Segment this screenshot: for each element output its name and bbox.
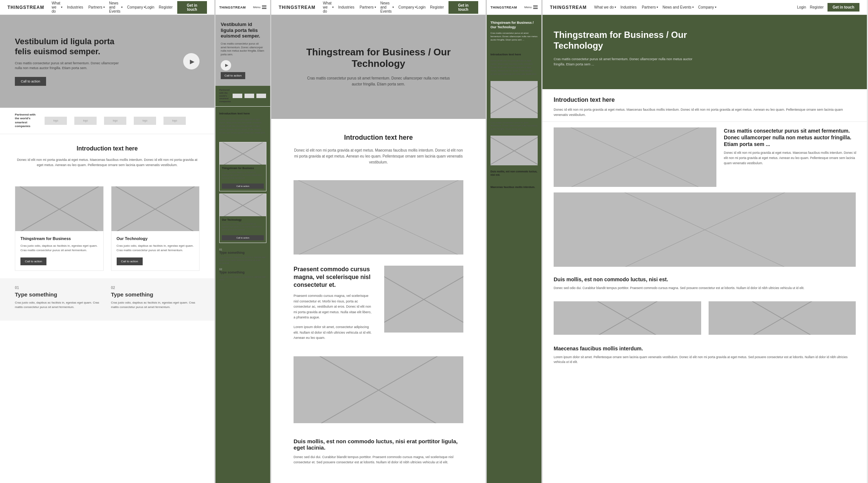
- panel5-feature-2-body: Donec sed odio dui. Curabitur blandit te…: [554, 286, 856, 291]
- nav-link-news[interactable]: News and Events: [109, 1, 123, 13]
- num-item-1: 01 Type something Cras justo odio, dapib…: [15, 286, 104, 309]
- card-business-image: [15, 187, 103, 231]
- panel4-hamburger[interactable]: [533, 6, 538, 9]
- nav-link-company[interactable]: Company: [127, 5, 145, 9]
- nav-logo: THINGSTREAM: [7, 5, 44, 10]
- panel3-nav-logo: THINGSTREAM: [279, 5, 315, 10]
- nav-links: What we do Industries Partners News and …: [52, 1, 145, 13]
- p5-nav-company[interactable]: Company: [698, 5, 716, 9]
- p3-nav-partners[interactable]: Partners: [360, 5, 376, 9]
- mini-card-business-cta[interactable]: Call to action: [222, 184, 264, 189]
- card-business-cta[interactable]: Call to action: [20, 257, 46, 265]
- p5-login[interactable]: Login: [797, 5, 806, 9]
- mini-num-2-number: 02: [219, 268, 266, 270]
- panel4-hero-title: Thingstream for Business / Our Technolog…: [490, 21, 538, 29]
- panel-3: THINGSTREAM What we do Industries Partne…: [271, 0, 487, 483]
- panel5-main-image: [554, 127, 716, 187]
- p3-nav-login[interactable]: Login: [417, 5, 425, 9]
- nav-register[interactable]: Register: [159, 5, 172, 9]
- mini-num-1-number: 01: [219, 248, 266, 251]
- panel-1: THINGSTREAM What we do Industries Partne…: [0, 0, 216, 483]
- p5-nav-whatwedo[interactable]: What we do: [594, 5, 616, 9]
- panel3-nav-links: What we do Industries Partners News and …: [323, 1, 417, 13]
- nav-link-partners[interactable]: Partners: [88, 5, 105, 9]
- mini-card-technology-image: [220, 194, 266, 216]
- panel5-feature-title: Cras mattis consectetur purus sit amet f…: [724, 127, 859, 148]
- p3-nav-news[interactable]: News and Events: [380, 1, 394, 13]
- panel5-feat-img-2: [709, 301, 856, 335]
- num-1-title: Type something: [15, 291, 104, 298]
- partner-logo-2: logo: [74, 117, 97, 125]
- mini-nav-logo: THINGSTREAM: [219, 6, 246, 9]
- panel4-main-image: [490, 81, 538, 118]
- panel4-menu-label: Menu: [524, 6, 532, 9]
- mini-card-technology-text: Cras justo odio, dapibus ac facilisis in…: [222, 223, 264, 231]
- hero-title: Vestibulum id ligula porta felis euismod…: [15, 37, 126, 56]
- p3-feature-body2: Lorem ipsum dolor sit amet, consectetur …: [294, 324, 373, 340]
- mini-play-button[interactable]: [221, 60, 231, 71]
- p3-secondary-title: Duis mollis, est non commodo luctus, nis…: [294, 438, 463, 451]
- p3-nav-cta[interactable]: Get in touch: [448, 1, 478, 14]
- p3-secondary-image-wrap: [271, 356, 486, 431]
- panel5-feature-body: Donec id elit non mi porta gravida at eg…: [724, 150, 859, 166]
- panel4-feature-2-title: Duis mollis, est non commodo luctus, nis…: [490, 170, 538, 176]
- intro-title: Introduction text here: [15, 145, 200, 152]
- panel5-hero-title: Thingstream for Business / Our Technolog…: [554, 30, 695, 51]
- p3-hero-title: Thingstream for Business / Our Technolog…: [304, 46, 453, 69]
- mini-hero-title: Vestibulum id ligula porta felis euismod…: [221, 22, 265, 39]
- hamburger-icon[interactable]: [262, 6, 266, 9]
- panel5-logo: THINGSTREAM: [550, 5, 587, 10]
- p5-nav-news[interactable]: News and Events: [663, 5, 694, 9]
- hero-cta-button[interactable]: Call to action: [15, 77, 46, 86]
- card-technology: Our Technology Cras justo odio, dapibus …: [111, 186, 200, 271]
- panel5-feature-3-body: Lorem ipsum dolor sit amet. Pellentesque…: [554, 355, 856, 365]
- hero-body: Cras mattis consectetur purus sit amet f…: [15, 61, 126, 71]
- panel4-intro-title: Introduction text here: [490, 53, 538, 56]
- p5-nav-partners[interactable]: Partners: [642, 5, 658, 9]
- nav-link-industries[interactable]: Industries: [67, 5, 84, 9]
- play-button[interactable]: [183, 53, 200, 69]
- num-1-number: 01: [15, 286, 104, 290]
- card-business-title: Thingstream for Business: [20, 236, 98, 241]
- p5-nav-industries[interactable]: Industries: [621, 5, 637, 9]
- p3-nav-register[interactable]: Register: [430, 5, 444, 9]
- panel5-intro: Introduction text here Donec id elit non…: [542, 89, 867, 122]
- panel4-secondary-image: [490, 136, 538, 165]
- p3-feature-section: Praesent commodo cursus magna, vel scele…: [271, 255, 486, 356]
- mini-partner-logo: [233, 94, 242, 98]
- mini-hero-cta[interactable]: Call to action: [221, 72, 245, 79]
- p3-hero: Thingstream for Business / Our Technolog…: [271, 15, 486, 119]
- p3-nav-industries[interactable]: Industries: [338, 5, 355, 9]
- p3-nav-whatwedo[interactable]: What we do: [323, 1, 334, 13]
- mini-intro-title: Introduction text here: [219, 112, 266, 116]
- panel5-hero: Thingstream for Business / Our Technolog…: [542, 15, 867, 89]
- p3-secondary-image: [294, 356, 463, 423]
- mini-num-2-body: Cras justo odio, dapibus ac facilisis in…: [219, 276, 266, 281]
- p3-nav-company[interactable]: Company: [398, 5, 417, 9]
- mini-card-business-title: Thingstream for Business: [222, 167, 264, 169]
- p3-feature-title: Praesent commodo cursus magna, vel scele…: [294, 266, 373, 289]
- mini-card-technology-cta[interactable]: Call to action: [222, 235, 264, 240]
- p3-intro-body: Donec id elit non mi porta gravida at eg…: [294, 148, 463, 165]
- panel5-navbar: THINGSTREAM What we do Industries Partne…: [542, 0, 867, 15]
- mini-menu[interactable]: Menu: [253, 6, 266, 9]
- p5-register[interactable]: Register: [810, 5, 823, 9]
- partners-label: Partnered with the world's smartest comp…: [15, 113, 37, 129]
- panel5-hero-body: Cras mattis consectetur purus sit amet f…: [554, 56, 695, 67]
- panel5-feature-images: [542, 298, 867, 341]
- nav-cta-button[interactable]: Get in touch: [177, 1, 207, 14]
- mini-partners-label: Partnered with the world's smartest comp…: [219, 89, 230, 103]
- partner-logo-1: logo: [45, 117, 67, 125]
- p5-cta[interactable]: Get in touch: [827, 3, 859, 12]
- nav-link-whatwedo[interactable]: What we do: [52, 1, 62, 13]
- p3-hero-body: Cras mattis consectetur purus sit amet f…: [304, 75, 453, 87]
- card-technology-cta[interactable]: Call to action: [117, 257, 143, 265]
- panel4-menu[interactable]: Menu: [524, 6, 538, 9]
- nav-login[interactable]: Login: [145, 5, 154, 9]
- panel4-logo: THINGSTREAM: [490, 6, 517, 9]
- mini-card-business-text: Cras justo odio, dapibus ac facilisis in…: [222, 171, 264, 179]
- panel4-feature-1: Cras mattis consectetur purus sit amet f…: [487, 118, 541, 136]
- panel4-feature-3-title: Maecenas faucibus mollis interdum.: [490, 185, 538, 189]
- p3-secondary-feature: Duis mollis, est non commodo luctus, nis…: [271, 431, 486, 473]
- panel-5: THINGSTREAM What we do Industries Partne…: [542, 0, 867, 483]
